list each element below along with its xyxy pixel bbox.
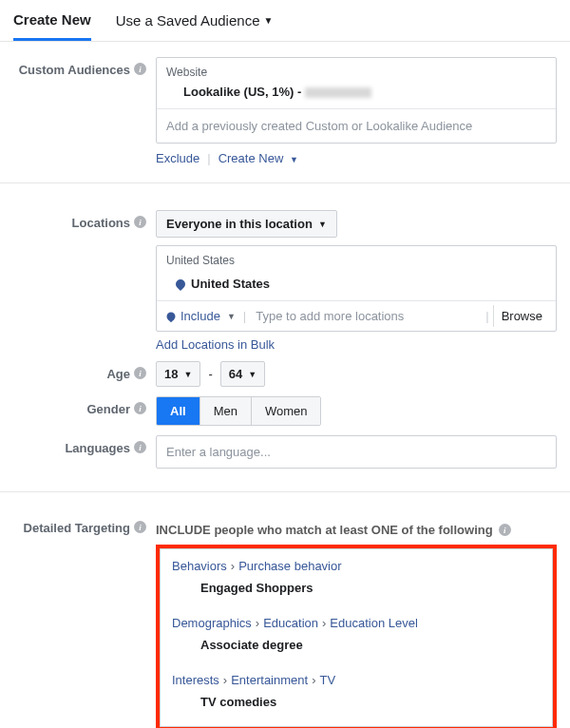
info-icon[interactable]: i — [499, 524, 511, 536]
path-segment: TV — [319, 673, 335, 687]
targeting-value: TV comedies — [172, 687, 541, 717]
age-max-value: 64 — [229, 367, 242, 381]
tab-saved-audience-label: Use a Saved Audience — [116, 12, 260, 29]
tab-create-new-label: Create New — [13, 11, 91, 28]
info-icon[interactable]: i — [134, 521, 146, 533]
path-segment: Entertainment — [231, 673, 308, 687]
info-icon[interactable]: i — [134, 63, 146, 75]
dash-separator: - — [208, 367, 212, 381]
location-scope-label: Everyone in this location — [166, 217, 313, 231]
age-label: Age — [106, 367, 130, 381]
targeting-item[interactable]: Interests›Entertainment›TV TV comedies — [161, 663, 552, 726]
custom-audience-input[interactable]: Add a previously created Custom or Looka… — [157, 108, 556, 143]
lookalike-prefix: Lookalike (US, 1%) - — [183, 85, 305, 99]
caret-down-icon: ▼ — [183, 370, 192, 379]
map-pin-icon — [165, 310, 178, 322]
languages-input[interactable]: Enter a language... — [156, 435, 557, 469]
caret-down-icon: ▼ — [227, 312, 236, 321]
location-item[interactable]: United States — [157, 271, 556, 300]
add-locations-bulk-link[interactable]: Add Locations in Bulk — [156, 332, 557, 352]
age-min-select[interactable]: 18 ▼ — [156, 361, 200, 387]
info-icon[interactable]: i — [134, 367, 146, 379]
path-segment: Interests — [172, 673, 219, 687]
targeting-path: Behaviors›Purchase behavior — [172, 559, 541, 573]
custom-audiences-label: Custom Audiences — [19, 63, 130, 77]
path-segment: Demographics — [172, 616, 252, 630]
gender-label: Gender — [86, 402, 130, 416]
create-new-link-label: Create New — [218, 151, 284, 165]
path-segment: Behaviors — [172, 559, 227, 573]
targeting-path: Interests›Entertainment›TV — [172, 673, 541, 687]
lookalike-audience-item[interactable]: Lookalike (US, 1%) - — [157, 81, 556, 108]
info-icon[interactable]: i — [134, 402, 146, 414]
browse-locations-button[interactable]: Browse — [493, 305, 550, 327]
caret-down-icon: ▼ — [290, 155, 298, 164]
targeting-item[interactable]: Behaviors›Purchase behavior Engaged Shop… — [161, 549, 552, 606]
include-label: Include — [180, 309, 220, 323]
path-segment: Education — [263, 616, 318, 630]
include-dropdown[interactable]: Include ▼ — [162, 305, 239, 327]
locations-label: Locations — [72, 216, 130, 230]
custom-audiences-group-label: Website — [157, 58, 556, 81]
gender-all-button[interactable]: All — [157, 397, 200, 425]
detailed-targeting-label: Detailed Targeting — [24, 521, 130, 535]
gender-toggle-group: All Men Women — [156, 396, 321, 426]
caret-down-icon: ▼ — [318, 220, 327, 229]
custom-audiences-box: Website Lookalike (US, 1%) - Add a previ… — [156, 57, 557, 144]
tab-saved-audience[interactable]: Use a Saved Audience ▼ — [116, 0, 274, 41]
gender-women-button[interactable]: Women — [252, 397, 321, 425]
path-segment: Purchase behavior — [238, 559, 341, 573]
caret-down-icon: ▼ — [248, 370, 256, 379]
location-group-label: United States — [157, 246, 556, 271]
create-new-link[interactable]: Create New ▼ — [218, 151, 298, 165]
languages-label: Languages — [65, 441, 130, 455]
age-max-select[interactable]: 64 ▼ — [220, 361, 265, 387]
location-scope-dropdown[interactable]: Everyone in this location ▼ — [156, 210, 337, 238]
location-input[interactable]: Type to add more locations — [250, 305, 482, 327]
location-item-label: United States — [191, 277, 270, 291]
tab-create-new[interactable]: Create New — [13, 0, 91, 41]
targeting-item[interactable]: Demographics›Education›Education Level A… — [161, 606, 552, 663]
age-min-value: 18 — [164, 367, 178, 381]
locations-box: United States United States Include ▼ | … — [156, 245, 557, 332]
path-segment: Education Level — [330, 616, 418, 630]
separator: | — [207, 151, 210, 165]
gender-men-button[interactable]: Men — [200, 397, 252, 425]
targeting-path: Demographics›Education›Education Level — [172, 616, 541, 630]
separator: | — [243, 309, 246, 323]
caret-down-icon: ▼ — [263, 15, 273, 26]
detailed-targeting-heading: INCLUDE people who match at least ONE of… — [156, 523, 493, 537]
detailed-targeting-highlight: Behaviors›Purchase behavior Engaged Shop… — [156, 545, 557, 728]
redacted-text — [305, 87, 371, 98]
separator: | — [485, 309, 488, 323]
targeting-value: Engaged Shoppers — [172, 573, 541, 603]
targeting-value: Associate degree — [172, 630, 541, 660]
exclude-link[interactable]: Exclude — [156, 151, 200, 165]
info-icon[interactable]: i — [134, 216, 146, 228]
info-icon[interactable]: i — [134, 441, 146, 453]
map-pin-icon — [174, 277, 187, 290]
